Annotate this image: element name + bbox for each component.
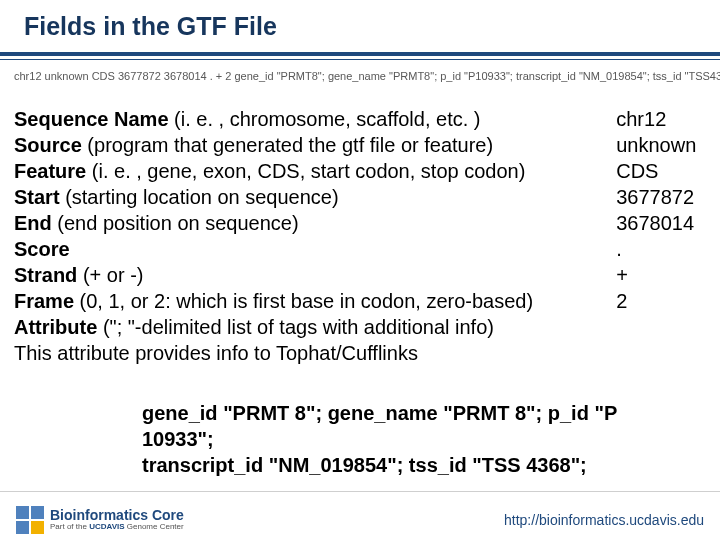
field-desc: (+ or -) [77,264,143,286]
field-value: 3677872 [616,184,706,210]
logo-mark-icon [16,506,44,534]
field-value: 3678014 [616,210,706,236]
logo-line1: Bioinformatics Core [50,508,184,522]
field-value: chr12 [616,106,706,132]
field-name: End [14,212,52,234]
field-name: Start [14,186,60,208]
field-desc: (0, 1, or 2: which is first base in codo… [74,290,533,312]
field-value: unknown [616,132,706,158]
table-row: Score . [14,236,706,262]
field-desc: (i. e. , gene, exon, CDS, start codon, s… [86,160,525,182]
field-name: Score [14,238,70,260]
field-desc: (starting location on sequence) [60,186,339,208]
table-row: Sequence Name (i. e. , chromosome, scaff… [14,106,706,132]
table-row: Strand (+ or -) + [14,262,706,288]
field-name: Sequence Name [14,108,169,130]
title-rule [0,52,720,60]
footer-logo: Bioinformatics Core Part of the UCDAVIS … [16,506,184,534]
field-desc: (program that generated the gtf file or … [82,134,493,156]
field-value: CDS [616,158,706,184]
fields-table: Sequence Name (i. e. , chromosome, scaff… [14,106,706,366]
field-desc: (i. e. , chromosome, scaffold, etc. ) [169,108,481,130]
table-row: Frame (0, 1, or 2: which is first base i… [14,288,706,314]
logo-line2: Part of the UCDAVIS Genome Center [50,522,184,532]
field-desc: (end position on sequence) [52,212,299,234]
table-row: End (end position on sequence) 3678014 [14,210,706,236]
table-row: Attribute ("; "-delimited list of tags w… [14,314,706,340]
field-desc: ("; "-delimited list of tags with additi… [97,316,494,338]
field-value: . [616,236,706,262]
field-name: Strand [14,264,77,286]
field-name: Frame [14,290,74,312]
slide: Fields in the GTF File chr12 unknown CDS… [0,0,720,540]
attribute-line-2: transcript_id "NM_019854"; tss_id "TSS 4… [142,452,680,478]
field-name: Attribute [14,316,97,338]
attribute-line-1: gene_id "PRMT 8"; gene_name "PRMT 8"; p_… [142,400,680,452]
attribute-example: gene_id "PRMT 8"; gene_name "PRMT 8"; p_… [142,400,680,478]
logo-text: Bioinformatics Core Part of the UCDAVIS … [50,508,184,532]
field-name: Source [14,134,82,156]
field-value [616,314,706,340]
slide-footer: Bioinformatics Core Part of the UCDAVIS … [0,491,720,540]
field-value: + [616,262,706,288]
gtf-example-row: chr12 unknown CDS 3677872 3678014 . + 2 … [14,70,720,82]
table-row: This attribute provides info to Tophat/C… [14,340,706,366]
slide-title: Fields in the GTF File [24,12,277,41]
attribute-note: This attribute provides info to Tophat/C… [14,340,706,366]
table-row: Feature (i. e. , gene, exon, CDS, start … [14,158,706,184]
table-row: Source (program that generated the gtf f… [14,132,706,158]
field-value: 2 [616,288,706,314]
footer-url: http://bioinformatics.ucdavis.edu [504,512,704,528]
table-row: Start (starting location on sequence) 36… [14,184,706,210]
fields-block: Sequence Name (i. e. , chromosome, scaff… [14,106,706,366]
field-name: Feature [14,160,86,182]
